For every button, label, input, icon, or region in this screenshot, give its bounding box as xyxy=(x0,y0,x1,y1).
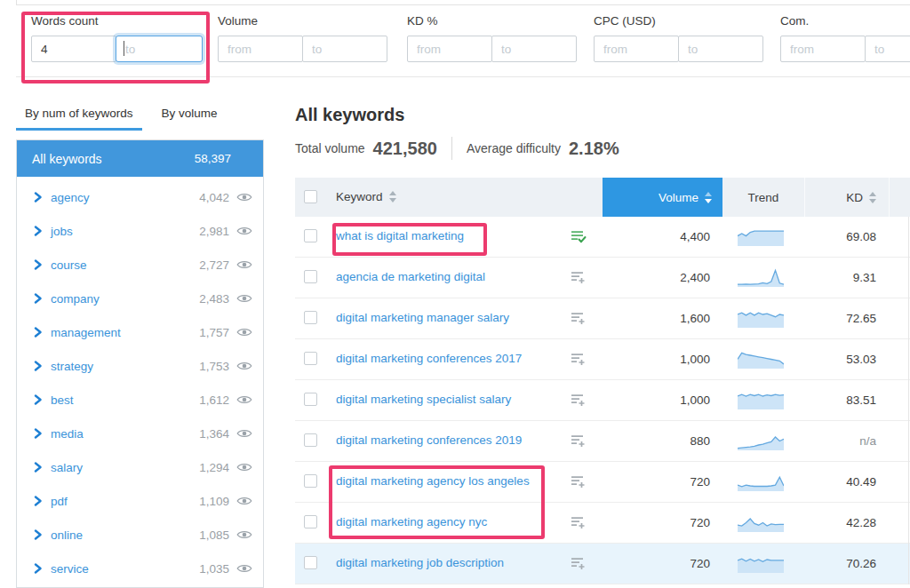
trend-sparkline xyxy=(738,473,784,491)
volume-label: Volume xyxy=(218,14,387,28)
filter-group-volume: Volume xyxy=(218,14,387,62)
sidebar-all-keywords[interactable]: All keywords 58,397 xyxy=(17,140,263,177)
chevron-right-icon xyxy=(33,563,44,574)
summary-stats: Total volume 421,580 Average difficulty … xyxy=(295,135,619,162)
column-header-keyword[interactable]: Keyword xyxy=(336,190,396,203)
sidebar-item-strategy[interactable]: strategy1,753 xyxy=(17,349,263,383)
kd-from-input[interactable] xyxy=(407,36,492,62)
select-all-checkbox[interactable] xyxy=(304,190,317,203)
eye-icon[interactable] xyxy=(236,226,252,236)
page-title: All keywords xyxy=(295,105,404,125)
keyword-link[interactable]: digital marketing agency nyc xyxy=(336,515,487,528)
add-to-list-icon[interactable] xyxy=(571,516,586,533)
group-count: 1,364 xyxy=(199,427,229,441)
header-divider xyxy=(889,178,890,217)
keyword-link[interactable]: agencia de marketing digital xyxy=(336,270,485,283)
total-volume-value: 421,580 xyxy=(373,139,437,159)
add-to-list-icon[interactable] xyxy=(571,475,586,492)
avg-difficulty-label: Average difficulty xyxy=(467,141,561,155)
words-count-to-input[interactable] xyxy=(116,36,203,62)
tab-by-volume[interactable]: By volume xyxy=(162,102,218,131)
eye-icon[interactable] xyxy=(236,529,252,540)
add-to-list-icon[interactable] xyxy=(571,434,586,451)
add-to-list-icon[interactable] xyxy=(571,393,586,410)
keyword-link[interactable]: digital marketing conferences 2019 xyxy=(336,433,522,447)
sidebar-item-salary[interactable]: salary1,294 xyxy=(17,450,263,484)
add-to-list-icon[interactable] xyxy=(571,557,586,574)
kd-value: 69.08 xyxy=(804,230,876,243)
row-checkbox[interactable] xyxy=(304,515,317,528)
row-checkbox[interactable] xyxy=(304,311,317,324)
tab-by-num-of-keywords[interactable]: By num of keywords xyxy=(16,102,142,131)
avg-difficulty-value: 2.18% xyxy=(569,139,619,159)
row-checkbox[interactable] xyxy=(304,393,317,406)
volume-from-input[interactable] xyxy=(218,36,303,62)
words-count-from-input[interactable] xyxy=(31,36,116,62)
total-volume-label: Total volume xyxy=(295,141,365,155)
com-to-input[interactable] xyxy=(865,36,910,62)
sort-arrows-icon xyxy=(705,192,712,203)
add-to-list-icon[interactable] xyxy=(571,312,586,329)
chevron-right-icon xyxy=(33,327,44,338)
eye-icon[interactable] xyxy=(236,428,252,439)
row-checkbox[interactable] xyxy=(304,352,317,365)
sidebar-item-online[interactable]: online1,085 xyxy=(17,518,263,552)
keyword-link[interactable]: what is digital marketing xyxy=(336,229,464,242)
keyword-link[interactable]: digital marketing manager salary xyxy=(336,311,509,324)
eye-icon[interactable] xyxy=(236,293,252,304)
row-checkbox[interactable] xyxy=(304,474,317,488)
row-checkbox[interactable] xyxy=(304,229,317,242)
sidebar-item-jobs[interactable]: jobs2,981 xyxy=(17,214,263,248)
eye-icon[interactable] xyxy=(236,394,252,405)
cpc-label: CPC (USD) xyxy=(594,14,763,28)
table-body: what is digital marketing4,40069.08agenc… xyxy=(295,217,910,584)
volume-value: 4,400 xyxy=(603,230,710,243)
column-header-volume[interactable]: Volume xyxy=(603,178,722,217)
eye-icon[interactable] xyxy=(236,327,252,338)
group-count: 2,981 xyxy=(199,225,229,238)
group-count: 1,753 xyxy=(199,360,229,373)
eye-icon[interactable] xyxy=(236,462,252,473)
sidebar-item-course[interactable]: course2,727 xyxy=(17,248,263,282)
sidebar-item-service[interactable]: service1,035 xyxy=(17,552,263,585)
trend-column-label: Trend xyxy=(748,191,779,204)
row-checkbox[interactable] xyxy=(304,556,317,569)
chevron-right-icon xyxy=(33,394,44,405)
sidebar-item-best[interactable]: best1,612 xyxy=(17,383,263,417)
eye-icon[interactable] xyxy=(236,496,252,506)
add-to-list-icon[interactable] xyxy=(571,353,586,369)
column-header-kd[interactable]: KD xyxy=(804,178,889,217)
kd-to-input[interactable] xyxy=(491,36,577,62)
eye-icon[interactable] xyxy=(236,563,252,574)
add-to-list-icon[interactable] xyxy=(571,271,586,288)
row-checkbox[interactable] xyxy=(304,270,317,283)
row-checkbox[interactable] xyxy=(304,433,317,447)
words-count-label: Words count xyxy=(31,14,203,28)
kd-value: 42.28 xyxy=(804,516,876,529)
eye-icon[interactable] xyxy=(236,259,252,270)
sidebar-item-management[interactable]: management1,757 xyxy=(17,315,263,349)
cpc-to-input[interactable] xyxy=(678,36,763,62)
text-caret xyxy=(124,41,124,56)
eye-icon[interactable] xyxy=(236,361,252,371)
sidebar-item-pdf[interactable]: pdf1,109 xyxy=(17,484,263,518)
keyword-link[interactable]: digital marketing conferences 2017 xyxy=(336,352,522,365)
panel-top-border xyxy=(16,4,910,5)
trend-sparkline xyxy=(738,554,784,573)
keyword-link[interactable]: digital marketing specialist salary xyxy=(336,393,511,406)
volume-to-input[interactable] xyxy=(302,36,387,62)
eye-icon[interactable] xyxy=(236,192,252,203)
kd-value: 72.65 xyxy=(804,312,876,325)
keyword-groups-sidebar: All keywords 58,397 agency4,042jobs2,981… xyxy=(16,139,264,588)
added-to-list-icon[interactable] xyxy=(571,230,587,247)
volume-value: 720 xyxy=(603,475,710,489)
keyword-link[interactable]: digital marketing agency los angeles xyxy=(336,474,530,488)
com-from-input[interactable] xyxy=(780,36,866,62)
cpc-from-input[interactable] xyxy=(594,36,679,62)
sidebar-item-company[interactable]: company2,483 xyxy=(17,282,263,315)
sidebar-item-media[interactable]: media1,364 xyxy=(17,417,263,450)
filter-group-cpc: CPC (USD) xyxy=(594,14,763,62)
keyword-link[interactable]: digital marketing job description xyxy=(336,556,504,569)
filter-panel-divider xyxy=(16,76,910,77)
sidebar-item-agency[interactable]: agency4,042 xyxy=(17,180,263,214)
